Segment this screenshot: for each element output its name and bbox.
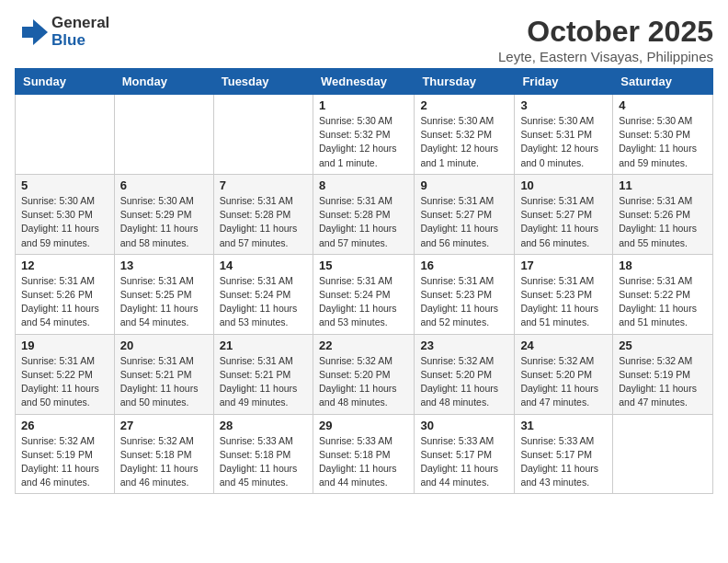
header-monday: Monday [114,69,213,95]
table-row: 21Sunrise: 5:31 AM Sunset: 5:21 PM Dayli… [213,334,313,414]
day-info: Sunrise: 5:32 AM Sunset: 5:20 PM Dayligh… [420,354,508,410]
day-info: Sunrise: 5:31 AM Sunset: 5:28 PM Dayligh… [220,194,307,250]
calendar-week-row: 5Sunrise: 5:30 AM Sunset: 5:30 PM Daylig… [16,174,713,254]
day-info: Sunrise: 5:30 AM Sunset: 5:32 PM Dayligh… [420,114,508,170]
day-number: 5 [21,178,108,192]
day-number: 21 [220,339,307,352]
day-number: 28 [220,419,307,432]
day-info: Sunrise: 5:33 AM Sunset: 5:17 PM Dayligh… [420,434,508,490]
logo: General Blue [15,15,109,49]
day-info: Sunrise: 5:30 AM Sunset: 5:30 PM Dayligh… [619,114,707,170]
day-number: 11 [619,178,707,192]
table-row: 29Sunrise: 5:33 AM Sunset: 5:18 PM Dayli… [313,414,414,494]
header-tuesday: Tuesday [213,69,313,95]
day-number: 27 [120,419,208,432]
day-info: Sunrise: 5:31 AM Sunset: 5:22 PM Dayligh… [619,274,707,330]
location-title: Leyte, Eastern Visayas, Philippines [498,49,713,64]
table-row: 23Sunrise: 5:32 AM Sunset: 5:20 PM Dayli… [415,334,515,414]
day-info: Sunrise: 5:31 AM Sunset: 5:21 PM Dayligh… [120,354,208,410]
day-info: Sunrise: 5:31 AM Sunset: 5:23 PM Dayligh… [420,274,508,330]
day-info: Sunrise: 5:33 AM Sunset: 5:18 PM Dayligh… [220,434,307,490]
day-number: 14 [220,259,307,272]
day-number: 25 [619,339,707,352]
day-number: 7 [220,178,307,192]
page-header: General Blue October 2025 Leyte, Eastern… [15,15,713,64]
table-row: 28Sunrise: 5:33 AM Sunset: 5:18 PM Dayli… [213,414,313,494]
table-row: 14Sunrise: 5:31 AM Sunset: 5:24 PM Dayli… [213,254,313,334]
table-row: 11Sunrise: 5:31 AM Sunset: 5:26 PM Dayli… [613,174,713,254]
day-number: 15 [319,259,408,272]
day-number: 30 [420,419,508,432]
day-number: 24 [520,339,607,352]
table-row: 26Sunrise: 5:32 AM Sunset: 5:19 PM Dayli… [16,414,115,494]
table-row: 2Sunrise: 5:30 AM Sunset: 5:32 PM Daylig… [415,95,515,175]
logo-text: General Blue [51,15,109,49]
calendar-week-row: 19Sunrise: 5:31 AM Sunset: 5:22 PM Dayli… [16,334,713,414]
header-saturday: Saturday [613,69,713,95]
day-number: 23 [420,339,508,352]
day-number: 20 [120,339,208,352]
day-info: Sunrise: 5:31 AM Sunset: 5:24 PM Dayligh… [220,274,307,330]
table-row: 22Sunrise: 5:32 AM Sunset: 5:20 PM Dayli… [313,334,414,414]
day-number: 31 [520,419,607,432]
day-info: Sunrise: 5:33 AM Sunset: 5:18 PM Dayligh… [319,434,408,490]
table-row: 6Sunrise: 5:30 AM Sunset: 5:29 PM Daylig… [114,174,213,254]
day-info: Sunrise: 5:33 AM Sunset: 5:17 PM Dayligh… [520,434,607,490]
day-info: Sunrise: 5:31 AM Sunset: 5:21 PM Dayligh… [220,354,307,410]
day-number: 18 [619,259,707,272]
day-number: 8 [319,178,408,192]
calendar-week-row: 1Sunrise: 5:30 AM Sunset: 5:32 PM Daylig… [16,95,713,175]
day-number: 6 [120,178,208,192]
day-info: Sunrise: 5:31 AM Sunset: 5:27 PM Dayligh… [420,194,508,250]
day-info: Sunrise: 5:32 AM Sunset: 5:19 PM Dayligh… [619,354,707,410]
day-number: 16 [420,259,508,272]
day-number: 9 [420,178,508,192]
day-info: Sunrise: 5:31 AM Sunset: 5:22 PM Dayligh… [21,354,108,410]
table-row: 18Sunrise: 5:31 AM Sunset: 5:22 PM Dayli… [613,254,713,334]
table-row: 10Sunrise: 5:31 AM Sunset: 5:27 PM Dayli… [515,174,613,254]
table-row: 12Sunrise: 5:31 AM Sunset: 5:26 PM Dayli… [16,254,115,334]
day-number: 4 [619,98,707,112]
table-row: 20Sunrise: 5:31 AM Sunset: 5:21 PM Dayli… [114,334,213,414]
day-info: Sunrise: 5:31 AM Sunset: 5:26 PM Dayligh… [619,194,707,250]
header-thursday: Thursday [415,69,515,95]
calendar-header-row: Sunday Monday Tuesday Wednesday Thursday… [16,69,713,95]
day-number: 1 [319,98,408,112]
calendar-week-row: 12Sunrise: 5:31 AM Sunset: 5:26 PM Dayli… [16,254,713,334]
day-info: Sunrise: 5:32 AM Sunset: 5:19 PM Dayligh… [21,434,108,490]
table-row: 13Sunrise: 5:31 AM Sunset: 5:25 PM Dayli… [114,254,213,334]
day-number: 22 [319,339,408,352]
day-number: 29 [319,419,408,432]
day-info: Sunrise: 5:32 AM Sunset: 5:18 PM Dayligh… [120,434,208,490]
day-number: 12 [21,259,108,272]
table-row: 31Sunrise: 5:33 AM Sunset: 5:17 PM Dayli… [515,414,613,494]
table-row: 5Sunrise: 5:30 AM Sunset: 5:30 PM Daylig… [16,174,115,254]
day-info: Sunrise: 5:30 AM Sunset: 5:32 PM Dayligh… [319,114,408,170]
table-row: 24Sunrise: 5:32 AM Sunset: 5:20 PM Dayli… [515,334,613,414]
logo-icon [15,16,48,49]
day-number: 2 [420,98,508,112]
header-sunday: Sunday [16,69,115,95]
table-row: 27Sunrise: 5:32 AM Sunset: 5:18 PM Dayli… [114,414,213,494]
day-info: Sunrise: 5:31 AM Sunset: 5:28 PM Dayligh… [319,194,408,250]
table-row [16,95,115,175]
day-info: Sunrise: 5:31 AM Sunset: 5:25 PM Dayligh… [120,274,208,330]
header-friday: Friday [515,69,613,95]
day-info: Sunrise: 5:30 AM Sunset: 5:29 PM Dayligh… [120,194,208,250]
table-row [613,414,713,494]
calendar-table: Sunday Monday Tuesday Wednesday Thursday… [15,68,713,494]
table-row: 15Sunrise: 5:31 AM Sunset: 5:24 PM Dayli… [313,254,414,334]
header-wednesday: Wednesday [313,69,414,95]
table-row: 3Sunrise: 5:30 AM Sunset: 5:31 PM Daylig… [515,95,613,175]
day-number: 13 [120,259,208,272]
title-section: October 2025 Leyte, Eastern Visayas, Phi… [498,15,713,64]
day-info: Sunrise: 5:31 AM Sunset: 5:23 PM Dayligh… [520,274,607,330]
table-row: 1Sunrise: 5:30 AM Sunset: 5:32 PM Daylig… [313,95,414,175]
day-info: Sunrise: 5:32 AM Sunset: 5:20 PM Dayligh… [319,354,408,410]
calendar-week-row: 26Sunrise: 5:32 AM Sunset: 5:19 PM Dayli… [16,414,713,494]
day-info: Sunrise: 5:31 AM Sunset: 5:26 PM Dayligh… [21,274,108,330]
day-info: Sunrise: 5:31 AM Sunset: 5:27 PM Dayligh… [520,194,607,250]
table-row: 8Sunrise: 5:31 AM Sunset: 5:28 PM Daylig… [313,174,414,254]
table-row: 30Sunrise: 5:33 AM Sunset: 5:17 PM Dayli… [415,414,515,494]
table-row: 9Sunrise: 5:31 AM Sunset: 5:27 PM Daylig… [415,174,515,254]
